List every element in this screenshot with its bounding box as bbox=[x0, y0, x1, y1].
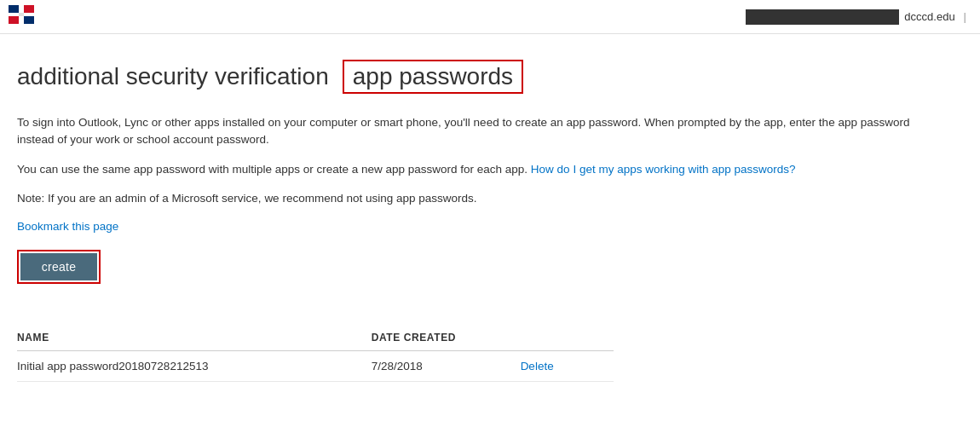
desc-paragraph-1: To sign into Outlook, Lync or other apps… bbox=[17, 114, 946, 149]
svg-rect-4 bbox=[9, 15, 20, 24]
domain-label: dcccd.edu bbox=[904, 10, 954, 23]
svg-rect-1 bbox=[9, 5, 20, 14]
desc-paragraph-3: Note: If you are an admin of a Microsoft… bbox=[17, 190, 946, 207]
logo-flag bbox=[9, 5, 34, 26]
app-passwords-help-link[interactable]: How do I get my apps working with app pa… bbox=[531, 163, 796, 176]
app-passwords-badge: app passwords bbox=[343, 60, 523, 94]
svg-rect-2 bbox=[23, 15, 34, 24]
user-info: dcccd.edu | bbox=[746, 9, 966, 25]
create-button[interactable]: create bbox=[20, 253, 97, 280]
password-action-cell[interactable]: Delete bbox=[521, 351, 614, 382]
col-action-header bbox=[521, 325, 614, 351]
password-name-cell: Initial app password20180728212513 bbox=[17, 351, 372, 382]
desc-paragraph-2-prefix: You can use the same app password with m… bbox=[17, 163, 531, 176]
table-row: Initial app password201807282125137/28/2… bbox=[17, 351, 614, 382]
svg-rect-7 bbox=[19, 13, 24, 16]
delete-link[interactable]: Delete bbox=[521, 360, 554, 373]
page-heading: additional security verification app pas… bbox=[17, 60, 946, 94]
username-redacted bbox=[746, 9, 899, 25]
passwords-table: NAME DATE CREATED Initial app password20… bbox=[17, 325, 614, 382]
col-date-header: DATE CREATED bbox=[372, 325, 521, 351]
main-content: additional security verification app pas… bbox=[0, 34, 963, 399]
bookmark-link[interactable]: Bookmark this page bbox=[17, 220, 118, 233]
create-button-wrapper: create bbox=[17, 250, 101, 284]
svg-rect-3 bbox=[23, 5, 34, 14]
separator: | bbox=[964, 10, 966, 23]
table-header-row: NAME DATE CREATED bbox=[17, 325, 614, 351]
col-name-header: NAME bbox=[17, 325, 372, 351]
page-title: additional security verification bbox=[17, 63, 329, 90]
password-date-cell: 7/28/2018 bbox=[372, 351, 521, 382]
desc-paragraph-2: You can use the same app password with m… bbox=[17, 161, 946, 178]
